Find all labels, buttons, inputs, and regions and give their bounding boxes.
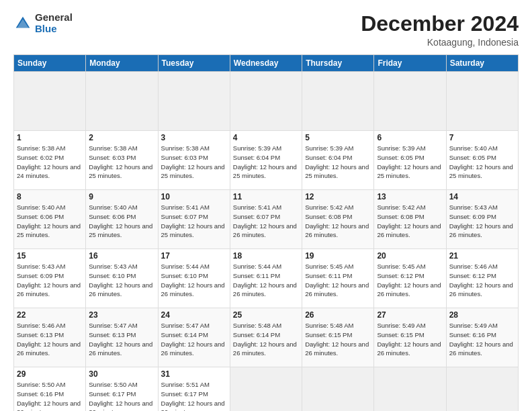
day-info: Sunrise: 5:43 AMSunset: 6:09 PMDaylight:… — [449, 203, 513, 238]
day-number: 7 — [449, 133, 515, 142]
logo-general: General — [35, 12, 73, 24]
calendar-cell — [230, 72, 302, 131]
calendar-cell: 6 Sunrise: 5:39 AMSunset: 6:05 PMDayligh… — [374, 131, 446, 190]
calendar-header-cell: Tuesday — [158, 55, 230, 72]
day-info: Sunrise: 5:49 AMSunset: 6:15 PMDaylight:… — [377, 322, 441, 357]
calendar-week-row: 15 Sunrise: 5:43 AMSunset: 6:09 PMDaylig… — [14, 249, 519, 308]
main-title: December 2024 — [361, 12, 519, 36]
calendar-cell: 11 Sunrise: 5:41 AMSunset: 6:07 PMDaylig… — [230, 190, 302, 249]
calendar-header-cell: Friday — [374, 55, 446, 72]
calendar-cell: 5 Sunrise: 5:39 AMSunset: 6:04 PMDayligh… — [302, 131, 374, 190]
calendar-cell: 14 Sunrise: 5:43 AMSunset: 6:09 PMDaylig… — [446, 190, 518, 249]
day-number: 25 — [233, 310, 299, 320]
day-info: Sunrise: 5:44 AMSunset: 6:10 PMDaylight:… — [161, 263, 225, 298]
day-number: 2 — [89, 133, 154, 142]
day-info: Sunrise: 5:50 AMSunset: 6:17 PMDaylight:… — [89, 381, 152, 411]
day-info: Sunrise: 5:46 AMSunset: 6:13 PMDaylight:… — [17, 322, 81, 357]
calendar-cell — [446, 72, 518, 131]
day-info: Sunrise: 5:38 AMSunset: 6:03 PMDaylight:… — [89, 144, 152, 179]
day-number: 29 — [17, 369, 83, 379]
calendar-cell: 25 Sunrise: 5:48 AMSunset: 6:14 PMDaylig… — [230, 308, 302, 367]
day-info: Sunrise: 5:47 AMSunset: 6:13 PMDaylight:… — [89, 322, 152, 357]
calendar-cell: 26 Sunrise: 5:48 AMSunset: 6:15 PMDaylig… — [302, 308, 374, 367]
day-number: 14 — [449, 192, 515, 201]
day-info: Sunrise: 5:41 AMSunset: 6:07 PMDaylight:… — [161, 203, 225, 238]
calendar-week-row: 29 Sunrise: 5:50 AMSunset: 6:16 PMDaylig… — [14, 367, 519, 411]
calendar-cell: 4 Sunrise: 5:39 AMSunset: 6:04 PMDayligh… — [230, 131, 302, 190]
calendar-cell: 19 Sunrise: 5:45 AMSunset: 6:11 PMDaylig… — [302, 249, 374, 308]
day-info: Sunrise: 5:48 AMSunset: 6:15 PMDaylight:… — [305, 322, 369, 357]
day-number: 21 — [449, 251, 515, 261]
calendar-cell: 16 Sunrise: 5:43 AMSunset: 6:10 PMDaylig… — [86, 249, 158, 308]
day-number: 18 — [233, 251, 299, 261]
calendar-cell: 17 Sunrise: 5:44 AMSunset: 6:10 PMDaylig… — [158, 249, 230, 308]
day-info: Sunrise: 5:39 AMSunset: 6:04 PMDaylight:… — [305, 144, 369, 179]
calendar-cell: 3 Sunrise: 5:38 AMSunset: 6:03 PMDayligh… — [158, 131, 230, 190]
day-number: 26 — [305, 310, 371, 320]
calendar-cell: 23 Sunrise: 5:47 AMSunset: 6:13 PMDaylig… — [86, 308, 158, 367]
day-number: 23 — [89, 310, 154, 320]
day-number: 8 — [17, 192, 83, 201]
calendar-cell — [230, 367, 302, 411]
day-number: 9 — [89, 192, 154, 201]
day-number: 27 — [377, 310, 443, 320]
day-info: Sunrise: 5:38 AMSunset: 6:02 PMDaylight:… — [17, 144, 81, 179]
calendar-cell: 2 Sunrise: 5:38 AMSunset: 6:03 PMDayligh… — [86, 131, 158, 190]
calendar-cell: 12 Sunrise: 5:42 AMSunset: 6:08 PMDaylig… — [302, 190, 374, 249]
day-info: Sunrise: 5:44 AMSunset: 6:11 PMDaylight:… — [233, 263, 297, 298]
day-number: 22 — [17, 310, 83, 320]
calendar-cell: 13 Sunrise: 5:42 AMSunset: 6:08 PMDaylig… — [374, 190, 446, 249]
day-info: Sunrise: 5:50 AMSunset: 6:16 PMDaylight:… — [17, 381, 81, 411]
logo: General Blue — [13, 12, 73, 34]
logo-blue: Blue — [35, 24, 73, 35]
day-number: 1 — [17, 133, 83, 142]
calendar-cell: 1 Sunrise: 5:38 AMSunset: 6:02 PMDayligh… — [14, 131, 86, 190]
day-number: 10 — [161, 192, 227, 201]
header: General Blue December 2024 Kotaagung, In… — [13, 12, 519, 48]
calendar-cell: 28 Sunrise: 5:49 AMSunset: 6:16 PMDaylig… — [446, 308, 518, 367]
day-number: 31 — [161, 369, 227, 379]
calendar-cell: 18 Sunrise: 5:44 AMSunset: 6:11 PMDaylig… — [230, 249, 302, 308]
day-number: 13 — [377, 192, 443, 201]
day-info: Sunrise: 5:39 AMSunset: 6:04 PMDaylight:… — [233, 144, 297, 179]
day-info: Sunrise: 5:47 AMSunset: 6:14 PMDaylight:… — [161, 322, 225, 357]
calendar-cell: 31 Sunrise: 5:51 AMSunset: 6:17 PMDaylig… — [158, 367, 230, 411]
day-number: 3 — [161, 133, 227, 142]
page: General Blue December 2024 Kotaagung, In… — [0, 0, 532, 411]
day-info: Sunrise: 5:40 AMSunset: 6:05 PMDaylight:… — [449, 144, 513, 179]
day-info: Sunrise: 5:43 AMSunset: 6:09 PMDaylight:… — [17, 263, 81, 298]
calendar-cell — [86, 72, 158, 131]
day-info: Sunrise: 5:45 AMSunset: 6:12 PMDaylight:… — [377, 263, 441, 298]
day-number: 5 — [305, 133, 371, 142]
day-number: 20 — [377, 251, 443, 261]
calendar-header-cell: Monday — [86, 55, 158, 72]
subtitle: Kotaagung, Indonesia — [361, 37, 519, 48]
calendar-cell: 10 Sunrise: 5:41 AMSunset: 6:07 PMDaylig… — [158, 190, 230, 249]
calendar-cell: 7 Sunrise: 5:40 AMSunset: 6:05 PMDayligh… — [446, 131, 518, 190]
calendar-cell: 15 Sunrise: 5:43 AMSunset: 6:09 PMDaylig… — [14, 249, 86, 308]
day-info: Sunrise: 5:43 AMSunset: 6:10 PMDaylight:… — [89, 263, 152, 298]
day-info: Sunrise: 5:42 AMSunset: 6:08 PMDaylight:… — [377, 203, 441, 238]
calendar-cell: 20 Sunrise: 5:45 AMSunset: 6:12 PMDaylig… — [374, 249, 446, 308]
calendar-cell — [158, 72, 230, 131]
calendar-cell — [374, 72, 446, 131]
calendar-cell — [374, 367, 446, 411]
calendar-header-row: SundayMondayTuesdayWednesdayThursdayFrid… — [14, 55, 519, 72]
day-number: 12 — [305, 192, 371, 201]
day-number: 11 — [233, 192, 299, 201]
calendar-cell — [302, 72, 374, 131]
logo-text: General Blue — [35, 12, 73, 34]
logo-icon — [13, 14, 32, 33]
calendar-header-cell: Thursday — [302, 55, 374, 72]
day-info: Sunrise: 5:41 AMSunset: 6:07 PMDaylight:… — [233, 203, 297, 238]
day-info: Sunrise: 5:46 AMSunset: 6:12 PMDaylight:… — [449, 263, 513, 298]
day-number: 17 — [161, 251, 227, 261]
day-number: 19 — [305, 251, 371, 261]
calendar-cell: 21 Sunrise: 5:46 AMSunset: 6:12 PMDaylig… — [446, 249, 518, 308]
day-info: Sunrise: 5:48 AMSunset: 6:14 PMDaylight:… — [233, 322, 297, 357]
calendar-week-row: 22 Sunrise: 5:46 AMSunset: 6:13 PMDaylig… — [14, 308, 519, 367]
day-number: 6 — [377, 133, 443, 142]
calendar-header-cell: Saturday — [446, 55, 518, 72]
day-info: Sunrise: 5:49 AMSunset: 6:16 PMDaylight:… — [449, 322, 513, 357]
day-number: 28 — [449, 310, 515, 320]
